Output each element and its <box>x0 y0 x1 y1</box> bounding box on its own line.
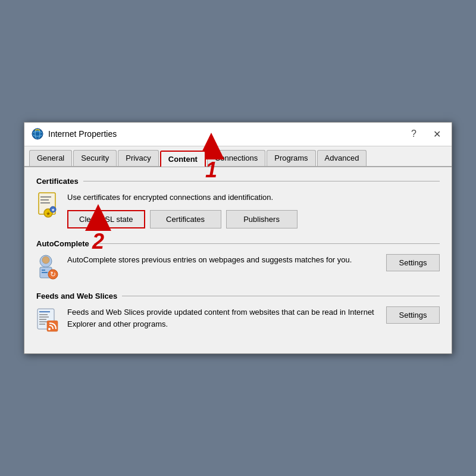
autocomplete-icon: ↻ <box>36 254 60 281</box>
svg-text:↻: ↻ <box>50 270 56 278</box>
feeds-title: Feeds and Web Slices <box>36 292 117 300</box>
title-bar-left: Internet Properties <box>32 128 117 140</box>
divider3 <box>122 296 440 296</box>
autocomplete-header: AutoComplete <box>36 239 440 248</box>
certificates-section: Certificates ★ ★ Use certificates for en… <box>36 177 440 229</box>
tab-general[interactable]: General <box>29 150 72 166</box>
window-title: Internet Properties <box>48 129 117 139</box>
feeds-content: Feeds and Web Slices provide updated con… <box>67 306 440 330</box>
svg-rect-22 <box>39 317 49 318</box>
feeds-section: Feeds and Web Slices <box>36 292 440 333</box>
title-bar: Internet Properties ? ✕ <box>24 123 452 146</box>
publishers-button[interactable]: Publishers <box>226 210 298 228</box>
close-button[interactable]: ✕ <box>430 127 444 141</box>
autocomplete-content: AutoComplete stores previous entries on … <box>67 254 440 271</box>
autocomplete-settings-container: Settings <box>386 254 440 271</box>
tab-security[interactable]: Security <box>73 150 117 166</box>
certificates-row: ★ ★ Use certificates for encrypted conne… <box>36 192 440 229</box>
tab-bar: General Security Privacy Content Connect… <box>24 146 452 167</box>
svg-rect-6 <box>40 199 49 201</box>
autocomplete-section: AutoComplete ↻ AutoComplete stores previ… <box>36 239 440 281</box>
feeds-settings-button[interactable]: Settings <box>386 306 440 324</box>
svg-rect-7 <box>40 202 50 203</box>
content-area: Certificates ★ ★ Use certificates for en… <box>24 167 452 354</box>
title-bar-controls: ? ✕ <box>408 127 444 141</box>
svg-rect-21 <box>39 314 48 315</box>
divider <box>83 181 440 181</box>
tab-programs[interactable]: Programs <box>267 150 315 166</box>
feeds-header: Feeds and Web Slices <box>36 292 440 300</box>
svg-rect-15 <box>42 270 45 271</box>
internet-properties-window: Internet Properties ? ✕ General Security… <box>24 122 452 355</box>
svg-rect-20 <box>39 311 50 312</box>
svg-rect-5 <box>40 196 51 198</box>
autocomplete-row: ↻ AutoComplete stores previous entries o… <box>36 254 440 281</box>
certificates-title: Certificates <box>36 177 79 186</box>
feeds-settings-container: Settings <box>386 306 440 324</box>
divider2 <box>94 243 440 244</box>
help-button[interactable]: ? <box>408 127 420 140</box>
autocomplete-settings-button[interactable]: Settings <box>386 254 440 271</box>
svg-rect-25 <box>39 324 45 325</box>
svg-point-13 <box>42 256 49 264</box>
buttons-and-arrows: Clear SSL state Certificates Publishers … <box>67 210 440 228</box>
certificates-button[interactable]: Certificates <box>150 210 221 228</box>
feeds-row: Feeds and Web Slices provide updated con… <box>36 306 440 333</box>
tab-content[interactable]: Content <box>160 151 206 167</box>
svg-point-27 <box>48 328 51 330</box>
ie-icon <box>32 128 43 140</box>
certificates-desc: Use certificates for encrypted connectio… <box>67 192 440 203</box>
feeds-desc: Feeds and Web Slices provide updated con… <box>67 306 379 330</box>
certificates-buttons: Clear SSL state Certificates Publishers <box>67 210 440 228</box>
certificates-content: Use certificates for encrypted connectio… <box>67 192 440 229</box>
svg-rect-23 <box>39 319 46 320</box>
svg-rect-16 <box>42 272 48 273</box>
feeds-icon <box>36 306 60 333</box>
svg-text:★: ★ <box>46 211 51 217</box>
svg-text:★: ★ <box>51 208 55 212</box>
tab-advanced[interactable]: Advanced <box>317 150 367 166</box>
tab-privacy[interactable]: Privacy <box>118 150 159 166</box>
tab-connections[interactable]: Connections <box>207 150 265 166</box>
certificate-icon: ★ ★ <box>36 192 60 218</box>
autocomplete-desc: AutoComplete stores previous entries on … <box>67 254 379 266</box>
certificates-header: Certificates <box>36 177 440 186</box>
autocomplete-title: AutoComplete <box>36 239 89 248</box>
clear-ssl-button[interactable]: Clear SSL state <box>67 210 145 228</box>
